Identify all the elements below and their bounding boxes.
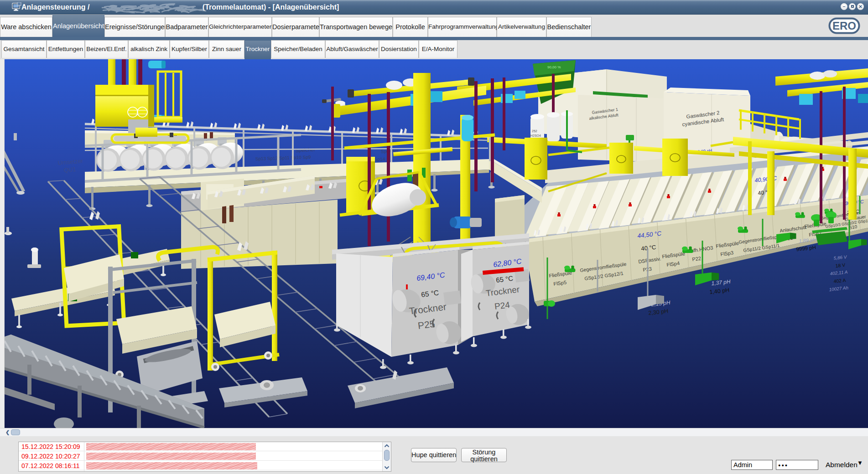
svg-text:252: 252 xyxy=(532,129,537,133)
svg-text:QU1: QU1 xyxy=(63,166,76,174)
svg-text:ERO: ERO xyxy=(832,20,856,32)
svg-text:P24: P24 xyxy=(494,300,511,311)
svg-text:90,00 %: 90,00 % xyxy=(547,65,561,69)
svg-text:18 V: 18 V xyxy=(835,262,846,268)
svg-text:H2SO4: H2SO4 xyxy=(530,134,541,137)
svg-text:Speicher: Speicher xyxy=(295,147,315,153)
